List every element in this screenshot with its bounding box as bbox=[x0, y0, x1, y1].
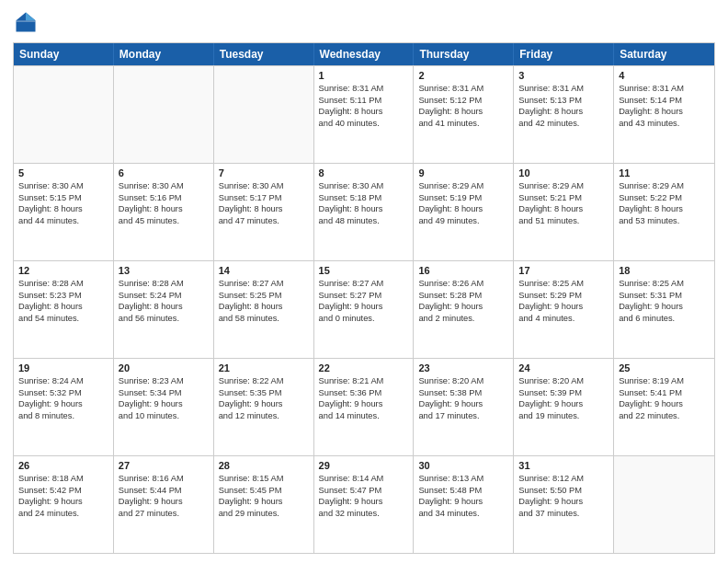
cell-info-line: and 40 minutes. bbox=[319, 118, 409, 130]
cell-info-line: Daylight: 9 hours bbox=[518, 398, 609, 410]
logo bbox=[13, 9, 42, 35]
cell-info-line: Sunrise: 8:12 AM bbox=[518, 473, 609, 485]
cell-info-line: Daylight: 9 hours bbox=[119, 496, 209, 508]
day-number: 24 bbox=[518, 362, 609, 373]
cell-info-line: and 56 minutes. bbox=[119, 313, 209, 325]
cell-info-line: Sunrise: 8:23 AM bbox=[119, 375, 209, 387]
cell-info-line: Sunrise: 8:29 AM bbox=[418, 180, 508, 192]
cell-info-line: Daylight: 9 hours bbox=[18, 398, 108, 410]
cell-info-line: Sunset: 5:42 PM bbox=[18, 485, 108, 497]
cell-info-line: Sunset: 5:22 PM bbox=[619, 192, 710, 204]
day-number: 16 bbox=[418, 265, 508, 276]
cell-info-line: and 0 minutes. bbox=[319, 313, 409, 325]
cell-info-line: Daylight: 8 hours bbox=[418, 106, 508, 118]
cell-info-line: and 51 minutes. bbox=[518, 215, 609, 227]
cell-info-line: Daylight: 9 hours bbox=[418, 301, 508, 313]
cell-info-line: and 12 minutes. bbox=[219, 410, 309, 422]
day-number: 7 bbox=[219, 167, 309, 178]
calendar-day-17: 17Sunrise: 8:25 AMSunset: 5:29 PMDayligh… bbox=[514, 261, 614, 358]
calendar-day-23: 23Sunrise: 8:20 AMSunset: 5:38 PMDayligh… bbox=[414, 359, 514, 455]
cell-info-line: Sunrise: 8:30 AM bbox=[18, 180, 108, 192]
day-number: 17 bbox=[518, 265, 609, 276]
calendar-day-4: 4Sunrise: 8:31 AMSunset: 5:14 PMDaylight… bbox=[614, 66, 714, 163]
cell-info-line: Sunset: 5:48 PM bbox=[418, 485, 508, 497]
calendar-day-15: 15Sunrise: 8:27 AMSunset: 5:27 PMDayligh… bbox=[314, 261, 415, 358]
calendar-week-1: 5Sunrise: 8:30 AMSunset: 5:15 PMDaylight… bbox=[14, 163, 714, 260]
cell-info-line: Daylight: 9 hours bbox=[119, 398, 209, 410]
calendar-day-6: 6Sunrise: 8:30 AMSunset: 5:16 PMDaylight… bbox=[114, 164, 214, 260]
cell-info-line: Sunrise: 8:31 AM bbox=[619, 83, 710, 95]
day-number: 11 bbox=[619, 167, 710, 178]
cell-info-line: Sunrise: 8:24 AM bbox=[18, 375, 108, 387]
day-number: 29 bbox=[319, 460, 409, 471]
calendar-day-16: 16Sunrise: 8:26 AMSunset: 5:28 PMDayligh… bbox=[414, 261, 514, 358]
calendar-day-5: 5Sunrise: 8:30 AMSunset: 5:15 PMDaylight… bbox=[14, 164, 114, 260]
calendar-week-4: 26Sunrise: 8:18 AMSunset: 5:42 PMDayligh… bbox=[14, 455, 714, 553]
cell-info-line: Sunset: 5:39 PM bbox=[518, 387, 609, 399]
cell-info-line: Sunset: 5:31 PM bbox=[619, 290, 710, 302]
cell-info-line: Daylight: 9 hours bbox=[319, 398, 409, 410]
cell-info-line: and 49 minutes. bbox=[418, 215, 508, 227]
cell-info-line: and 43 minutes. bbox=[619, 118, 710, 130]
cell-info-line: Sunrise: 8:29 AM bbox=[518, 180, 609, 192]
cell-info-line: Sunset: 5:27 PM bbox=[319, 290, 409, 302]
cell-info-line: and 10 minutes. bbox=[119, 410, 209, 422]
calendar: SundayMondayTuesdayWednesdayThursdayFrid… bbox=[13, 42, 715, 554]
cell-info-line: Daylight: 8 hours bbox=[18, 301, 108, 313]
day-number: 4 bbox=[619, 70, 710, 81]
header-day-wednesday: Wednesday bbox=[314, 43, 415, 65]
cell-info-line: Sunset: 5:38 PM bbox=[418, 387, 508, 399]
cell-info-line: Daylight: 9 hours bbox=[319, 496, 409, 508]
svg-marker-1 bbox=[26, 13, 36, 21]
calendar-day-11: 11Sunrise: 8:29 AMSunset: 5:22 PMDayligh… bbox=[614, 164, 714, 260]
cell-info-line: Sunrise: 8:27 AM bbox=[319, 278, 409, 290]
cell-info-line: Sunset: 5:28 PM bbox=[418, 290, 508, 302]
calendar-day-8: 8Sunrise: 8:30 AMSunset: 5:18 PMDaylight… bbox=[314, 164, 415, 260]
cell-info-line: Sunrise: 8:18 AM bbox=[18, 473, 108, 485]
cell-info-line: and 29 minutes. bbox=[219, 508, 309, 520]
cell-info-line: Sunset: 5:44 PM bbox=[119, 485, 209, 497]
day-number: 10 bbox=[518, 167, 609, 178]
cell-info-line: and 53 minutes. bbox=[619, 215, 710, 227]
day-number: 25 bbox=[619, 362, 710, 373]
cell-info-line: Sunrise: 8:25 AM bbox=[619, 278, 710, 290]
day-number: 18 bbox=[619, 265, 710, 276]
cell-info-line: Daylight: 8 hours bbox=[518, 106, 609, 118]
cell-info-line: Daylight: 9 hours bbox=[219, 398, 309, 410]
cell-info-line: Sunset: 5:23 PM bbox=[18, 290, 108, 302]
day-number: 2 bbox=[418, 70, 508, 81]
cell-info-line: Daylight: 9 hours bbox=[319, 301, 409, 313]
cell-info-line: Sunset: 5:19 PM bbox=[418, 192, 508, 204]
cell-info-line: and 42 minutes. bbox=[518, 118, 609, 130]
calendar-day-19: 19Sunrise: 8:24 AMSunset: 5:32 PMDayligh… bbox=[14, 359, 114, 455]
cell-info-line: Sunrise: 8:29 AM bbox=[619, 180, 710, 192]
cell-info-line: and 27 minutes. bbox=[119, 508, 209, 520]
day-number: 31 bbox=[518, 460, 609, 471]
cell-info-line: and 2 minutes. bbox=[418, 313, 508, 325]
cell-info-line: Sunset: 5:35 PM bbox=[219, 387, 309, 399]
calendar-empty-cell bbox=[614, 456, 714, 553]
day-number: 5 bbox=[18, 167, 108, 178]
day-number: 8 bbox=[319, 167, 409, 178]
header bbox=[13, 9, 715, 35]
cell-info-line: and 4 minutes. bbox=[518, 313, 609, 325]
calendar-week-3: 19Sunrise: 8:24 AMSunset: 5:32 PMDayligh… bbox=[14, 358, 714, 455]
calendar-day-10: 10Sunrise: 8:29 AMSunset: 5:21 PMDayligh… bbox=[514, 164, 614, 260]
cell-info-line: Sunset: 5:14 PM bbox=[619, 95, 710, 107]
cell-info-line: and 22 minutes. bbox=[619, 410, 710, 422]
day-number: 26 bbox=[18, 460, 108, 471]
calendar-day-12: 12Sunrise: 8:28 AMSunset: 5:23 PMDayligh… bbox=[14, 261, 114, 358]
cell-info-line: Daylight: 8 hours bbox=[219, 203, 309, 215]
cell-info-line: Sunrise: 8:27 AM bbox=[219, 278, 309, 290]
calendar-week-2: 12Sunrise: 8:28 AMSunset: 5:23 PMDayligh… bbox=[14, 260, 714, 358]
cell-info-line: Sunrise: 8:15 AM bbox=[219, 473, 309, 485]
cell-info-line: Daylight: 8 hours bbox=[518, 203, 609, 215]
cell-info-line: Daylight: 9 hours bbox=[619, 301, 710, 313]
day-number: 28 bbox=[219, 460, 309, 471]
cell-info-line: and 37 minutes. bbox=[518, 508, 609, 520]
cell-info-line: Sunset: 5:34 PM bbox=[119, 387, 209, 399]
cell-info-line: Sunrise: 8:30 AM bbox=[219, 180, 309, 192]
cell-info-line: Sunrise: 8:31 AM bbox=[418, 83, 508, 95]
cell-info-line: Daylight: 8 hours bbox=[119, 301, 209, 313]
day-number: 27 bbox=[119, 460, 209, 471]
